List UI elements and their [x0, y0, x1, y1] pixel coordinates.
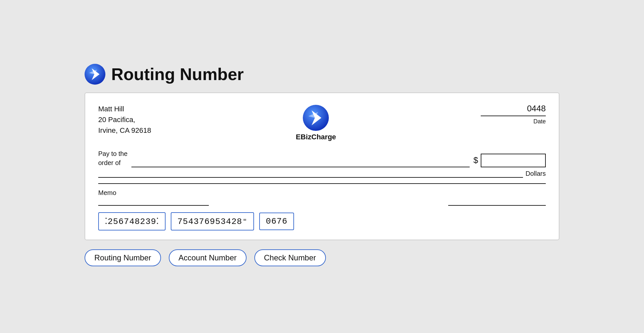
- memo-left: Memo: [98, 189, 209, 206]
- date-label: Date: [481, 118, 546, 125]
- check-top: Matt Hill 20 Pacifica, Irvine, CA 92618: [98, 104, 546, 141]
- center-logo-icon: [303, 105, 329, 131]
- micr-account-box: 754376953428⁼: [171, 212, 254, 230]
- memo-row: Memo: [98, 189, 546, 206]
- dollar-sign: $: [474, 155, 478, 165]
- check-number-display: 0448: [527, 104, 546, 114]
- dollars-label: Dollars: [526, 170, 546, 177]
- pay-to-label: Pay to theorder of: [98, 149, 127, 167]
- address-line1: 20 Pacifica,: [98, 114, 151, 125]
- address-line2: Irvine, CA 92618: [98, 125, 151, 136]
- amount-input-box[interactable]: [481, 154, 546, 167]
- check-divider: [98, 183, 546, 184]
- brand-name: EBizCharge: [296, 133, 336, 141]
- page-title: Routing Number: [111, 64, 244, 84]
- routing-number-badge: Routing Number: [85, 249, 161, 266]
- pay-order-row: Pay to theorder of $: [98, 149, 546, 167]
- check-container: Matt Hill 20 Pacifica, Irvine, CA 92618: [85, 92, 559, 240]
- dollar-amount: $: [474, 154, 546, 167]
- memo-label: Memo: [98, 189, 209, 197]
- page-wrapper: Routing Number Matt Hill 20 Pacifica, Ir…: [72, 54, 572, 279]
- micr-routing-box: ⁚256748239⁚: [98, 212, 166, 230]
- dollars-row: Dollars: [98, 170, 546, 178]
- labels-row: Routing Number Account Number Check Numb…: [85, 249, 559, 266]
- micr-row: ⁚256748239⁚ 754376953428⁼ 0676: [98, 212, 546, 230]
- memo-line: [98, 198, 209, 206]
- account-number-badge: Account Number: [169, 249, 247, 266]
- dollars-line: [98, 170, 523, 178]
- check-number-badge: Check Number: [254, 249, 326, 266]
- page-header: Routing Number: [85, 64, 559, 85]
- header-logo-icon: [85, 64, 105, 85]
- pay-to-line: [131, 158, 469, 167]
- signature-line: [448, 198, 546, 206]
- micr-check-number-box: 0676: [259, 213, 294, 230]
- check-center-logo: EBizCharge: [296, 105, 336, 141]
- check-top-right: 0448 Date: [481, 104, 546, 125]
- check-name-address: Matt Hill 20 Pacifica, Irvine, CA 92618: [98, 104, 151, 136]
- date-line: [481, 116, 546, 116]
- owner-name: Matt Hill: [98, 104, 151, 114]
